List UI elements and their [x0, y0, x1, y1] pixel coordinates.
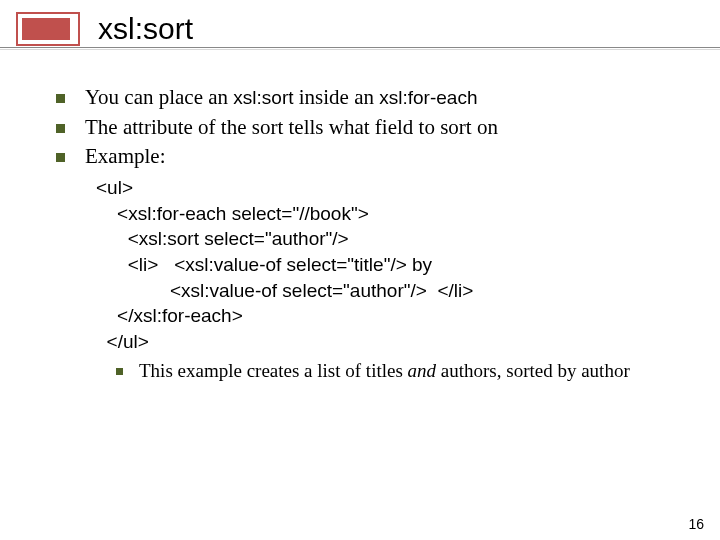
slide-body: You can place an xsl:sort inside an xsl:…	[56, 84, 680, 383]
code-line: </ul>	[96, 329, 680, 355]
sub-bullet-item: This example creates a list of titles an…	[116, 359, 680, 384]
code-inline: xsl:for-each	[379, 87, 477, 108]
text-run: You can place an	[85, 85, 233, 109]
bullet-text: You can place an xsl:sort inside an xsl:…	[85, 84, 680, 112]
bullet-icon	[56, 124, 65, 133]
slide-title: xsl:sort	[98, 12, 193, 46]
bullet-text: Example:	[85, 143, 680, 171]
text-run: This example creates a list of titles	[139, 360, 408, 381]
title-decoration-fill	[22, 18, 70, 40]
text-run: authors, sorted by author	[436, 360, 630, 381]
code-line: <ul>	[96, 175, 680, 201]
bullet-text: The attribute of the sort tells what fie…	[85, 114, 680, 142]
code-block: <ul> <xsl:for-each select="//book"> <xsl…	[96, 175, 680, 354]
bullet-icon	[116, 368, 123, 375]
bullet-item: You can place an xsl:sort inside an xsl:…	[56, 84, 680, 112]
code-line: <xsl:sort select="author"/>	[96, 226, 680, 252]
title-underline	[0, 47, 720, 49]
bullet-icon	[56, 153, 65, 162]
bullet-item: Example:	[56, 143, 680, 171]
page-number: 16	[688, 516, 704, 532]
code-inline: xsl:sort	[233, 87, 293, 108]
code-line: </xsl:for-each>	[96, 303, 680, 329]
code-line: <li> <xsl:value-of select="title"/> by	[96, 252, 680, 278]
text-emphasis: and	[408, 360, 437, 381]
title-decoration-icon	[16, 12, 80, 46]
code-line: <xsl:value-of select="author"/> </li>	[96, 278, 680, 304]
code-line: <xsl:for-each select="//book">	[96, 201, 680, 227]
slide-title-bar: xsl:sort	[16, 12, 193, 46]
bullet-item: The attribute of the sort tells what fie…	[56, 114, 680, 142]
text-run: inside an	[294, 85, 380, 109]
bullet-icon	[56, 94, 65, 103]
sub-bullet-text: This example creates a list of titles an…	[139, 359, 680, 384]
